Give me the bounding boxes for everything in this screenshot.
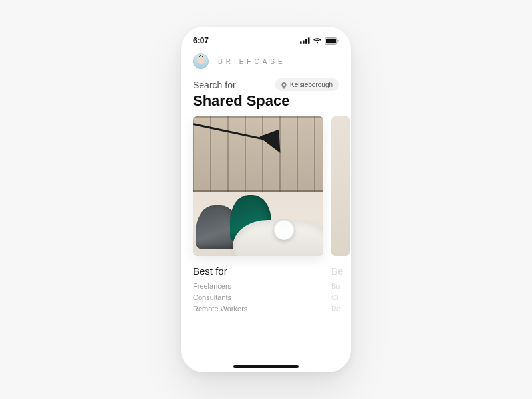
svg-rect-6 [338,39,339,42]
status-bar: 6:07 [181,27,351,49]
list-item: Re [331,303,350,315]
list-item: Consultants [193,292,323,303]
phone-frame: 6:07 BRIEFCASE Search for Kelsieborough … [181,27,351,372]
space-carousel[interactable]: Best for Freelancers Consultants Remote … [181,116,351,315]
list-item: Remote Workers [193,303,323,315]
best-for-block: Be Bu Cl Re [331,256,350,315]
brand-wordmark: BRIEFCASE [218,58,286,65]
svg-rect-0 [300,41,302,44]
page-title: Shared Space [181,92,351,116]
list-item: Freelancers [193,281,323,292]
wifi-icon [313,37,322,44]
svg-rect-3 [308,37,310,44]
battery-icon [325,37,339,45]
search-row: Search for Kelsieborough [181,78,351,92]
svg-rect-5 [326,38,336,43]
space-card-image[interactable] [193,116,323,256]
search-label: Search for [193,80,236,90]
best-for-list: Bu Cl Re [331,281,350,315]
best-for-block: Best for Freelancers Consultants Remote … [193,256,323,315]
cellular-icon [300,37,310,44]
location-name: Kelsieborough [290,81,332,88]
best-for-heading: Be [331,265,350,277]
interior-illustration [193,116,323,256]
status-indicators [300,37,339,45]
location-pin-icon [281,82,287,88]
space-card-peek[interactable]: Be Bu Cl Re [331,116,350,315]
location-chip[interactable]: Kelsieborough [275,78,339,91]
list-item: Bu [331,281,350,292]
space-card-image[interactable] [331,116,350,256]
home-indicator[interactable] [233,365,299,368]
status-time: 6:07 [193,36,209,45]
list-item: Cl [331,292,350,303]
best-for-list: Freelancers Consultants Remote Workers [193,281,323,315]
avatar[interactable] [193,53,209,69]
svg-rect-2 [305,39,307,44]
app-header: BRIEFCASE [181,49,351,78]
svg-rect-1 [303,41,305,44]
space-card[interactable]: Best for Freelancers Consultants Remote … [193,116,323,315]
best-for-heading: Best for [193,265,323,277]
